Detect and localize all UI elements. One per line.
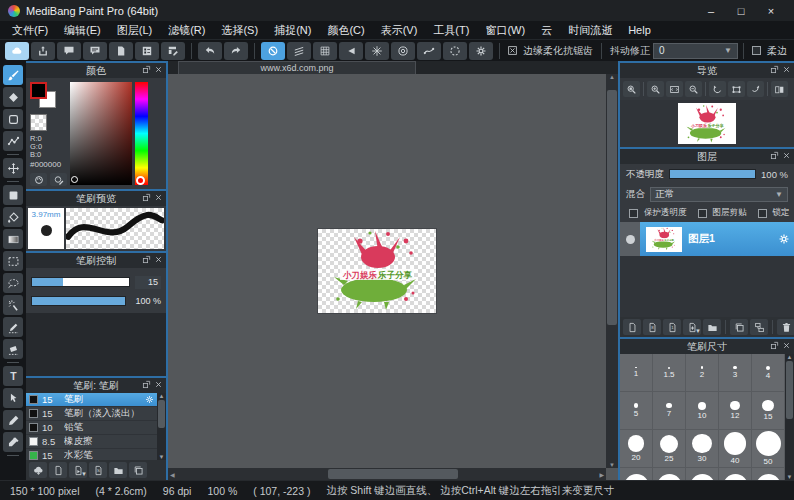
menu-item-5[interactable]: 捕捉(N) xyxy=(266,23,319,38)
brush-size-30[interactable]: 30 xyxy=(686,430,719,468)
scrollbar-thumb[interactable] xyxy=(607,90,617,325)
brush-list-scrollbar[interactable]: ▲ ▼ xyxy=(157,393,166,460)
palette-edit-icon[interactable] xyxy=(50,173,67,186)
layer-opacity-slider[interactable] xyxy=(669,169,756,179)
text-tool[interactable]: T xyxy=(3,366,23,386)
lasso-tool[interactable] xyxy=(3,273,23,293)
scrollbar-thumb[interactable] xyxy=(786,361,793,419)
brush-size-value[interactable]: 15 xyxy=(135,276,161,289)
brush-size-1[interactable]: 1 xyxy=(620,354,653,392)
flip-horizontal-button[interactable] xyxy=(771,81,788,97)
eraser-tool[interactable] xyxy=(3,87,23,107)
brush-size-20[interactable]: 20 xyxy=(620,430,653,468)
brush-size-50[interactable]: 50 xyxy=(752,430,785,468)
toolbar-snap-parallel-button[interactable] xyxy=(287,42,311,60)
toolbar-undo-button[interactable] xyxy=(198,42,222,60)
brush-size-5[interactable]: 5 xyxy=(620,392,653,430)
eyedropper-tool[interactable] xyxy=(3,432,23,452)
menu-item-4[interactable]: 选择(S) xyxy=(213,23,266,38)
close-icon[interactable] xyxy=(154,380,163,389)
popout-icon[interactable] xyxy=(142,65,151,74)
close-icon[interactable] xyxy=(154,255,163,264)
canvas-image[interactable] xyxy=(318,229,436,313)
brush-item-4[interactable]: 15水彩笔 xyxy=(26,449,157,460)
scroll-up-icon[interactable]: ▲ xyxy=(787,354,793,360)
zoom-reset-button[interactable] xyxy=(623,81,640,97)
brush-size-3[interactable]: 3 xyxy=(719,354,752,392)
menu-item-3[interactable]: 滤镜(R) xyxy=(160,23,213,38)
protect-alpha-option[interactable]: 保护透明度 xyxy=(626,207,687,219)
scroll-right-icon[interactable]: ▶ xyxy=(599,471,604,478)
brush-tool[interactable] xyxy=(3,65,23,85)
toolbar-snap-grid-button[interactable] xyxy=(313,42,337,60)
scroll-down-icon[interactable]: ▼ xyxy=(609,462,615,468)
brush-size-40[interactable]: 40 xyxy=(719,430,752,468)
close-icon[interactable] xyxy=(154,193,163,202)
layer-item-selected[interactable]: 图层1 xyxy=(620,222,794,256)
brush-size-10[interactable]: 10 xyxy=(686,392,719,430)
toolbar-document-button[interactable] xyxy=(109,42,133,60)
brush-size-large[interactable] xyxy=(719,468,752,480)
fill-shape-tool[interactable] xyxy=(3,185,23,205)
menu-item-1[interactable]: 编辑(E) xyxy=(56,23,109,38)
toolbar-material-button[interactable] xyxy=(135,42,159,60)
clipping-option[interactable]: 图层剪贴 xyxy=(695,207,747,219)
popout-icon[interactable] xyxy=(770,151,779,160)
toolbar-snap-curve-button[interactable] xyxy=(417,42,441,60)
add-script-brush-button[interactable]: S xyxy=(89,462,107,478)
rotate-right-button[interactable] xyxy=(747,81,764,97)
toolbar-snap-settings-button[interactable] xyxy=(469,42,493,60)
lock-option[interactable]: 锁定 xyxy=(755,207,790,219)
layer-folder-button[interactable] xyxy=(703,319,721,335)
canvas-viewport[interactable]: ▲ ▼ ◀ ▶ xyxy=(168,74,618,480)
brush-item-2[interactable]: 10铅笔 xyxy=(26,421,157,435)
toolbar-snap-concentric-button[interactable] xyxy=(391,42,415,60)
toolbar-comment-button[interactable] xyxy=(57,42,81,60)
close-icon[interactable] xyxy=(782,151,791,160)
scroll-up-icon[interactable]: ▲ xyxy=(159,393,165,399)
protect-alpha-checkbox[interactable] xyxy=(629,209,638,218)
close-icon[interactable] xyxy=(782,65,791,74)
toolbar-snap-ellipse-button[interactable] xyxy=(443,42,467,60)
polyline-tool[interactable] xyxy=(3,131,23,151)
popout-icon[interactable] xyxy=(142,255,151,264)
brush-size-12[interactable]: 12 xyxy=(719,392,752,430)
brush-size-4[interactable]: 4 xyxy=(752,354,785,392)
add-8bit-layer-button[interactable]: 8 xyxy=(643,319,661,335)
toolbar-comment-panel-button[interactable] xyxy=(83,42,107,60)
hue-bar[interactable] xyxy=(135,82,148,185)
popout-icon[interactable] xyxy=(770,65,779,74)
brush-item-0[interactable]: 15笔刷 xyxy=(26,393,157,407)
move-tool[interactable] xyxy=(3,158,23,178)
toolbar-snap-off-button[interactable] xyxy=(261,42,285,60)
menu-item-7[interactable]: 表示(V) xyxy=(373,23,426,38)
duplicate-brush-button[interactable] xyxy=(129,462,147,478)
toolbar-edit-table-button[interactable] xyxy=(161,42,185,60)
popout-icon[interactable] xyxy=(142,380,151,389)
close-icon[interactable] xyxy=(782,341,791,350)
layer-visibility-toggle[interactable] xyxy=(620,222,640,256)
gradient-tool[interactable] xyxy=(3,229,23,249)
close-icon[interactable] xyxy=(154,65,163,74)
toolbar-snap-radial-button[interactable] xyxy=(365,42,389,60)
toolbar-export-button[interactable] xyxy=(31,42,55,60)
canvas-horizontal-scrollbar[interactable]: ◀ ▶ xyxy=(168,468,606,480)
divide-tool[interactable] xyxy=(3,410,23,430)
magic-wand-tool[interactable] xyxy=(3,295,23,315)
select-pen-tool[interactable] xyxy=(3,317,23,337)
minimize-button[interactable]: – xyxy=(696,0,726,21)
navigator-thumbnail[interactable] xyxy=(678,103,736,144)
menu-item-8[interactable]: 工具(T) xyxy=(425,23,477,38)
brush-size-15[interactable]: 15 xyxy=(752,392,785,430)
fit-to-window-button[interactable] xyxy=(666,81,683,97)
menu-item-12[interactable]: Help xyxy=(620,24,659,36)
reset-view-button[interactable] xyxy=(728,81,745,97)
foreground-color-swatch[interactable] xyxy=(30,82,47,99)
palette-icon[interactable] xyxy=(30,173,47,186)
operation-tool[interactable] xyxy=(3,388,23,408)
add-cloud-brush-button[interactable] xyxy=(29,462,47,478)
toolbar-snap-vanishing-point-button[interactable] xyxy=(339,42,363,60)
scroll-left-icon[interactable]: ◀ xyxy=(170,471,175,478)
merge-layer-button[interactable] xyxy=(750,319,768,335)
menu-item-2[interactable]: 图层(L) xyxy=(109,23,160,38)
